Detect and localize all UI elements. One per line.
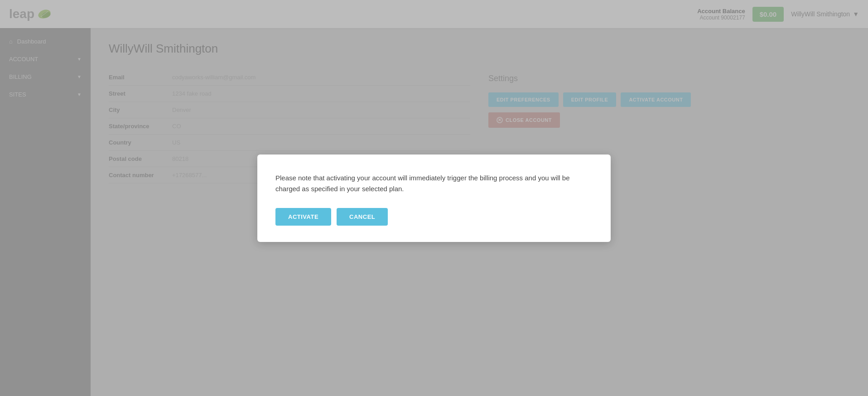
modal-dialog: Please note that activating your account…	[257, 155, 611, 242]
modal-message: Please note that activating your account…	[275, 173, 593, 194]
modal-activate-button[interactable]: ACTIVATE	[275, 208, 331, 226]
modal-cancel-button[interactable]: CANCEL	[337, 208, 388, 226]
modal-actions: ACTIVATE CANCEL	[275, 208, 593, 226]
modal-overlay: Please note that activating your account…	[0, 0, 868, 396]
